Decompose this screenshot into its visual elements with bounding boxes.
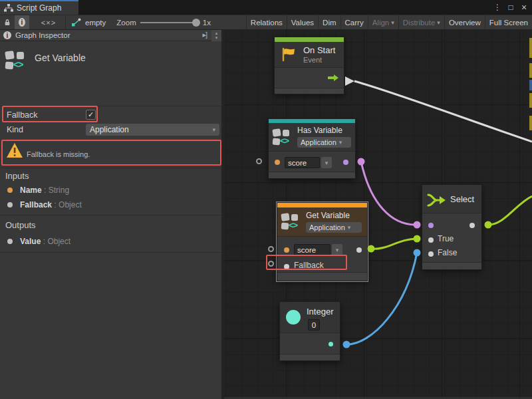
input-row-name: Name : String (0, 185, 221, 196)
node-select[interactable]: Select True False (422, 184, 482, 270)
inputs-section-title: Inputs (5, 171, 29, 181)
true-port-label: True (438, 234, 454, 243)
select-icon (427, 192, 447, 208)
node-footer (275, 88, 344, 94)
wire-onstart (354, 81, 532, 142)
lock-button[interactable] (0, 15, 15, 29)
unit-summary: <> Get Variable (0, 42, 221, 106)
maximize-icon[interactable]: □ (505, 2, 516, 13)
flag-icon (281, 47, 297, 62)
chevron-down-icon: ▾ (336, 247, 339, 253)
warning-text: Fallback is missing. (27, 150, 90, 158)
dim-button[interactable]: Dim (318, 15, 340, 30)
output-row-value: Value : Object (0, 236, 221, 247)
outputs-section-title: Outputs (5, 220, 36, 230)
node-footer (269, 172, 355, 178)
node-title: On Start (303, 45, 335, 55)
wire-endpoint (343, 341, 350, 348)
node-get-variable[interactable]: <> Get Variable Application ▾ ▾ Fallback (277, 202, 368, 281)
node-integer[interactable]: Integer (279, 301, 340, 361)
condition-input-port[interactable] (428, 223, 434, 228)
inspector-scroller[interactable]: ▲ ▼ (211, 30, 221, 41)
warning-icon (5, 142, 24, 162)
integer-output-port[interactable] (329, 342, 333, 346)
scroll-down-icon[interactable]: ▼ (215, 36, 219, 41)
checkmark-icon: ✓ (88, 110, 94, 119)
chevron-down-icon: ▾ (391, 19, 394, 26)
variable-name-dropdown[interactable]: ▾ (332, 244, 342, 255)
name-input-port[interactable] (275, 160, 280, 165)
relations-button[interactable]: Relations (246, 15, 287, 30)
dock-icon[interactable]: ▸] (202, 31, 207, 39)
info-icon: i (19, 18, 25, 27)
divider (0, 215, 221, 215)
fallback-checkbox[interactable]: ✓ (86, 110, 96, 120)
wire-layer (224, 30, 532, 399)
variable-scope-dropdown[interactable]: Application ▾ (297, 137, 351, 148)
node-header: <> Has Variable Application ▾ (269, 123, 355, 152)
node-title: Has Variable (297, 126, 342, 135)
close-icon[interactable]: × (519, 2, 529, 13)
selection-output-port[interactable] (469, 223, 475, 228)
wire-getvariable-select (371, 239, 417, 249)
tab-title: Script Graph (17, 3, 61, 13)
variables-icon: <> (5, 50, 29, 72)
flow-output-port[interactable] (328, 74, 338, 81)
code-preview-button[interactable]: <×> (41, 15, 56, 29)
zoom-slider[interactable] (140, 22, 199, 23)
distribute-button: Distribute ▾ (398, 15, 444, 30)
connection-status: empty (66, 18, 111, 27)
bool-output-port[interactable] (343, 160, 348, 165)
wire-endpoint (368, 245, 375, 253)
wire-hasvariable-select (361, 162, 416, 225)
node-footer (280, 354, 340, 360)
edge-clipped-node (529, 63, 532, 78)
node-header: Select (422, 185, 481, 213)
port-dot-orange (7, 188, 13, 193)
variables-icon: <> (281, 213, 304, 233)
overview-button[interactable]: Overview (444, 15, 485, 30)
kind-dropdown[interactable]: Application ▾ (86, 124, 219, 136)
chevron-down-icon: ▾ (325, 160, 329, 166)
full-screen-button[interactable]: Full Screen (485, 15, 532, 30)
window-menu-icon[interactable]: ⋮ (492, 2, 503, 13)
divider (0, 252, 221, 253)
integer-value-field[interactable] (308, 319, 320, 331)
chevron-down-icon: ▾ (339, 139, 342, 146)
true-input-port[interactable] (428, 237, 434, 243)
unit-title: Get Variable (35, 53, 86, 63)
tab-script-graph[interactable]: Script Graph (0, 0, 78, 15)
node-has-variable[interactable]: <> Has Variable Application ▾ ▾ (268, 118, 356, 179)
value-output-port[interactable] (356, 247, 362, 253)
inspector-toggle-button[interactable]: i (15, 15, 29, 29)
node-on-start[interactable]: On Start Event (274, 37, 344, 94)
wire-endpoint (485, 221, 492, 229)
variable-scope-dropdown[interactable]: Application ▾ (306, 222, 362, 233)
values-button[interactable]: Values (287, 15, 318, 30)
edge-clipped-node (529, 93, 532, 108)
fallback-input-port[interactable] (284, 264, 289, 269)
node-title: Integer (307, 307, 333, 317)
wire-endpoint (358, 158, 365, 166)
kind-label: Kind (7, 125, 23, 134)
variable-name-field[interactable] (285, 157, 320, 168)
title-bar: Script Graph ⋮ □ × (0, 0, 532, 15)
graph-canvas[interactable]: On Start Event <> Has Variable Applicati… (224, 30, 532, 399)
false-input-port[interactable] (428, 251, 434, 257)
variable-name-field[interactable] (294, 244, 331, 255)
variables-icon: <> (273, 128, 295, 148)
name-input-port[interactable] (284, 247, 289, 253)
node-header: On Start Event (275, 42, 344, 68)
scroll-up-icon[interactable]: ▲ (215, 31, 219, 36)
node-title: Get Variable (306, 211, 350, 220)
info-icon: i (3, 31, 11, 39)
variable-name-dropdown[interactable]: ▾ (321, 157, 332, 168)
node-accent-bar (277, 203, 367, 207)
carry-button[interactable]: Carry (340, 15, 368, 30)
wire-endpoint (414, 221, 421, 229)
fallback-option-label: Fallback (7, 110, 38, 120)
lock-icon (4, 18, 11, 27)
flow-wire-arrowhead (345, 76, 354, 86)
divider (0, 106, 221, 106)
zoom-slider-knob[interactable] (192, 19, 200, 27)
